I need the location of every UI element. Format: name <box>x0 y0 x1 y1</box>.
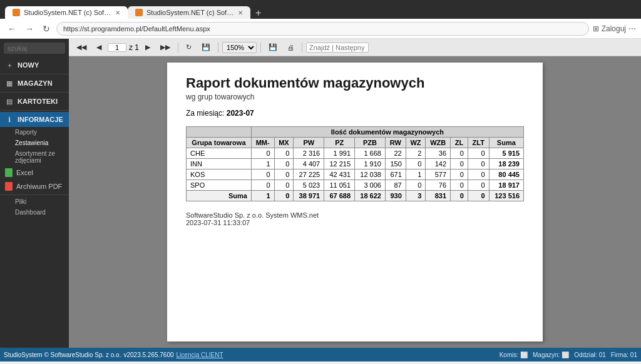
status-link[interactable]: Licencja CLIENT <box>177 351 223 358</box>
cell-3-wz: 0 <box>406 180 426 191</box>
prev-page-button[interactable]: ◀ <box>93 41 105 53</box>
sidebar-item-dashboard[interactable]: Dashboard <box>0 207 69 218</box>
col-h-pzb: PZB <box>355 138 386 148</box>
sidebar-item-pliki[interactable]: Pliki <box>0 196 69 207</box>
cell-3-zl: 0 <box>451 180 468 191</box>
sidebar-label-kartoteki: KARTOTEKI <box>18 98 58 105</box>
cell-1-wz: 0 <box>406 159 426 169</box>
cell-0-group: CHE <box>187 148 252 159</box>
download-button[interactable]: 💾 <box>198 41 214 53</box>
last-page-button[interactable]: ▶▶ <box>156 41 174 53</box>
extensions-button[interactable]: ⊞ <box>593 24 599 33</box>
main-layout: ＋ NOWY ▦ MAGAZYN ▤ KARTOTEKI ℹ INFORMACJ… <box>0 39 641 348</box>
sep-4 <box>302 43 302 53</box>
sum-row: Suma 1 0 38 971 67 688 18 622 930 3 831 … <box>187 191 524 201</box>
settings-button[interactable]: ⋯ <box>628 24 636 33</box>
sidebar-sub-raporty[interactable]: Raporty <box>0 127 69 138</box>
cell-2-suma: 80 445 <box>489 169 523 180</box>
divider-3 <box>0 110 69 111</box>
sum-label: Suma <box>187 191 252 201</box>
new-tab-button[interactable]: + <box>253 8 264 19</box>
sidebar-item-informacje[interactable]: ℹ INFORMACJE <box>0 112 69 127</box>
reload-button[interactable]: ↻ <box>40 23 53 35</box>
cell-0-pz: 1 991 <box>324 148 355 159</box>
tab-close-2[interactable]: ✕ <box>238 9 243 16</box>
nav-actions: ⊞ Zaloguj ⋯ <box>593 24 636 33</box>
cell-2-pz: 42 431 <box>324 169 355 180</box>
zoom-select[interactable]: 150% 100% 75% <box>222 42 257 53</box>
login-button[interactable]: Zaloguj <box>602 24 626 33</box>
sum-suma: 123 516 <box>489 191 523 201</box>
tab-bar: StudioSystem.NET (c) SoftwareSt... ✕ Stu… <box>0 0 641 19</box>
divider-1 <box>0 74 69 74</box>
sep-1 <box>178 43 178 53</box>
search-input[interactable] <box>4 43 65 54</box>
cell-0-suma: 5 915 <box>489 148 523 159</box>
report-period: Za miesiąc: 2023-07 <box>186 109 524 118</box>
address-bar[interactable]: https://st.programdemo.pl/DefaultLeftMen… <box>56 22 589 36</box>
cell-0-mx: 0 <box>274 148 294 159</box>
col-header-span: Ilość dokumentów magazynowych <box>251 127 523 138</box>
cell-1-pz: 12 215 <box>324 159 355 169</box>
sidebar-item-excel[interactable]: Excel <box>0 166 69 179</box>
next-page-button[interactable]: ▶ <box>141 41 154 53</box>
tab-close-1[interactable]: ✕ <box>115 9 120 16</box>
divider-2 <box>0 92 69 93</box>
sum-wz: 3 <box>406 191 426 201</box>
forward-button[interactable]: → <box>23 23 36 35</box>
cell-2-pw: 27 225 <box>294 169 324 180</box>
archiwum-label: Archiwum PDF <box>16 183 62 190</box>
cell-1-pw: 4 407 <box>294 159 324 169</box>
plus-icon: ＋ <box>5 61 14 69</box>
refresh-button[interactable]: ↻ <box>182 41 195 53</box>
content-area: Raport dokumentów magazynowych wg grup t… <box>69 56 641 348</box>
cell-0-zlt: 0 <box>468 148 489 159</box>
col-h-pw: PW <box>294 138 324 148</box>
find-input[interactable] <box>306 43 369 53</box>
cell-0-pw: 2 316 <box>294 148 324 159</box>
cell-2-mx: 0 <box>274 169 294 180</box>
cell-1-zlt: 0 <box>468 159 489 169</box>
col-h-zl: ZL <box>451 138 468 148</box>
sep-2 <box>218 43 218 53</box>
sidebar-item-archiwum[interactable]: Archiwum PDF <box>0 179 69 193</box>
sum-mm: 1 <box>251 191 274 201</box>
col-header-empty <box>187 127 252 138</box>
save-button[interactable]: 💾 <box>265 41 281 53</box>
col-h-zlt: ZLT <box>468 138 489 148</box>
table-row: KOS0027 22542 43112 03867115770080 445 <box>187 169 524 180</box>
cell-3-group: SPO <box>187 180 252 191</box>
col-h-wz: WZ <box>406 138 426 148</box>
cell-1-group: INN <box>187 159 252 169</box>
excel-label: Excel <box>16 169 33 176</box>
tab-2[interactable]: StudioSystem.NET (c) SoftwareSt... ✕ <box>128 6 250 19</box>
cell-3-pzb: 3 006 <box>355 180 386 191</box>
sum-pzb: 18 622 <box>355 191 386 201</box>
col-h-wzb: WZB <box>426 138 451 148</box>
period-label: Za miesiąc: <box>186 109 224 118</box>
sidebar-item-nowy[interactable]: ＋ NOWY <box>0 58 69 73</box>
table-col-headers: Grupa towarowa MM- MX PW PZ PZB RW WZ WZ… <box>187 138 524 148</box>
sidebar-sub-zestawienia[interactable]: Zestawienia <box>0 138 69 148</box>
sidebar-item-kartoteki[interactable]: ▤ KARTOTEKI <box>0 94 69 109</box>
page-number-input[interactable] <box>108 43 126 52</box>
cell-1-suma: 18 239 <box>489 159 523 169</box>
pdf-icon <box>5 182 13 191</box>
cell-1-pzb: 1 910 <box>355 159 386 169</box>
sidebar-sub-asortyment[interactable]: Asortyment ze zdjęciami <box>0 148 69 166</box>
col-h-suma: Suma <box>489 138 523 148</box>
first-page-button[interactable]: ◀◀ <box>73 41 90 53</box>
print-button[interactable]: 🖨 <box>284 42 298 53</box>
status-app: StudioSystem © SoftwareStudio Sp. z o.o. <box>4 351 121 358</box>
sum-mx: 0 <box>274 191 294 201</box>
cell-2-wz: 1 <box>406 169 426 180</box>
status-right: Komis: ⬜ Magazyn: ⬜ Oddział: 01 Firma: 0… <box>500 351 637 358</box>
info-icon: ℹ <box>5 115 14 124</box>
cell-3-rw: 87 <box>385 180 406 191</box>
sidebar-item-magazyn[interactable]: ▦ MAGAZYN <box>0 76 69 91</box>
sidebar: ＋ NOWY ▦ MAGAZYN ▤ KARTOTEKI ℹ INFORMACJ… <box>0 39 69 348</box>
back-button[interactable]: ← <box>5 23 19 35</box>
tab-label-1: StudioSystem.NET (c) SoftwareSt... <box>24 9 111 16</box>
tab-1[interactable]: StudioSystem.NET (c) SoftwareSt... ✕ <box>5 6 128 19</box>
footer-date: 2023-07-31 11:33:07 <box>186 219 524 226</box>
